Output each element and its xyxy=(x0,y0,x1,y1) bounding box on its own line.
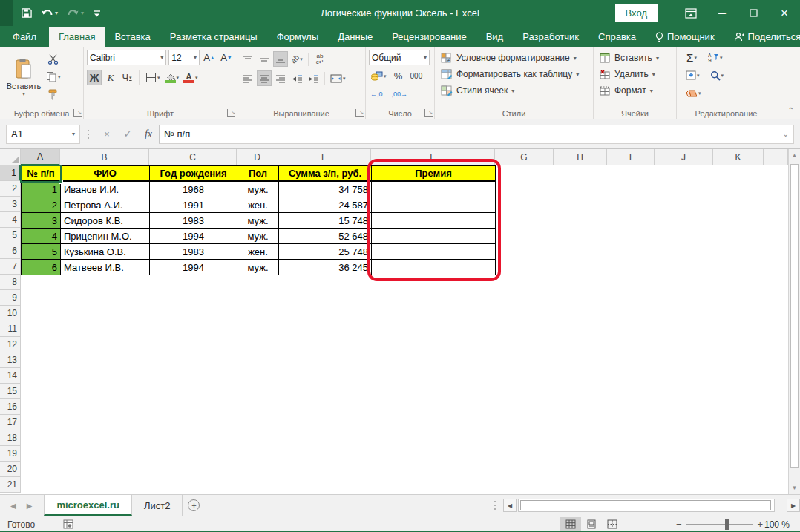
cell-J20[interactable] xyxy=(655,462,714,478)
cell-G7[interactable] xyxy=(495,259,554,275)
italic-button[interactable]: К xyxy=(103,70,118,85)
cell-A11[interactable] xyxy=(21,321,61,338)
cell-D11[interactable] xyxy=(237,321,279,338)
collapse-ribbon-icon[interactable]: ⌃ xyxy=(788,106,794,114)
cell-C1[interactable]: Год рождения xyxy=(149,165,237,182)
share-button[interactable]: Поделиться xyxy=(724,27,800,47)
cell-B7[interactable]: Матвеев И.В. xyxy=(60,259,150,275)
column-header-J[interactable]: J xyxy=(655,149,713,165)
cell-C17[interactable] xyxy=(149,415,237,431)
spreadsheet-grid[interactable]: ABCDEFGHIJK12345678910111213141516171819… xyxy=(0,149,800,494)
row-header-5[interactable]: 5 xyxy=(0,228,21,243)
cell-F4[interactable] xyxy=(371,212,496,229)
tab-4[interactable]: Формулы xyxy=(267,27,329,47)
cell-B16[interactable] xyxy=(60,399,150,416)
column-header-partial[interactable] xyxy=(764,149,788,165)
row-header-4[interactable]: 4 xyxy=(0,212,21,228)
cell-H13[interactable] xyxy=(554,352,608,369)
decrease-decimal-button[interactable]: ,00→ xyxy=(390,86,410,102)
column-header-H[interactable]: H xyxy=(554,149,607,165)
cell-K11[interactable] xyxy=(713,321,764,338)
cell-E10[interactable] xyxy=(278,306,372,322)
cell-B4[interactable]: Сидоров К.В. xyxy=(60,212,150,229)
cell-F10[interactable] xyxy=(371,306,496,322)
cell-I8[interactable] xyxy=(607,275,655,291)
row-header-7[interactable]: 7 xyxy=(0,259,21,275)
cell-x14[interactable] xyxy=(764,368,789,384)
cell-J21[interactable] xyxy=(655,477,714,493)
cell-C5[interactable]: 1994 xyxy=(149,228,237,244)
cell-D1[interactable]: Пол xyxy=(237,165,279,182)
cell-B8[interactable] xyxy=(60,275,150,291)
row-header-8[interactable]: 8 xyxy=(0,275,21,290)
cell-A4[interactable]: 3 xyxy=(21,212,61,229)
borders-icon[interactable]: ▾ xyxy=(144,70,162,85)
align-right-icon[interactable] xyxy=(273,70,288,86)
sort-filter-icon[interactable]: АЯ▾ xyxy=(706,50,724,65)
tab-9[interactable]: Справка xyxy=(588,27,646,47)
cell-E6[interactable]: 25 748 xyxy=(278,243,372,260)
cell-I7[interactable] xyxy=(607,259,655,275)
cell-C13[interactable] xyxy=(149,352,237,369)
align-middle-icon[interactable] xyxy=(257,51,272,67)
cell-G14[interactable] xyxy=(495,368,554,384)
cell-K2[interactable] xyxy=(713,181,764,197)
cell-A12[interactable] xyxy=(21,337,61,353)
cell-H17[interactable] xyxy=(554,415,608,431)
cell-I21[interactable] xyxy=(607,477,655,493)
cell-I11[interactable] xyxy=(607,321,655,338)
font-color-icon[interactable]: А ▾ xyxy=(182,70,200,85)
cell-K9[interactable] xyxy=(713,290,764,306)
cell-C18[interactable] xyxy=(149,430,237,447)
cell-F14[interactable] xyxy=(371,368,496,384)
cell-H10[interactable] xyxy=(554,306,608,322)
cell-I16[interactable] xyxy=(607,399,655,416)
cell-K12[interactable] xyxy=(713,337,764,353)
cell-D18[interactable] xyxy=(237,430,279,447)
cell-E11[interactable] xyxy=(278,321,372,338)
cell-x17[interactable] xyxy=(764,415,789,431)
normal-view-icon[interactable] xyxy=(560,517,581,531)
cell-x3[interactable] xyxy=(764,197,789,213)
cell-I17[interactable] xyxy=(607,415,655,431)
cell-A20[interactable] xyxy=(21,462,61,478)
minimize-button[interactable]: ─ xyxy=(706,0,738,26)
number-format-select[interactable]: Общий▾ xyxy=(369,50,430,65)
cell-B19[interactable] xyxy=(60,446,150,462)
column-header-B[interactable]: B xyxy=(60,149,149,165)
scroll-up-icon[interactable]: ▲ xyxy=(789,149,800,162)
insert-function-icon[interactable]: fx xyxy=(138,125,159,144)
percent-style-button[interactable]: % xyxy=(391,68,406,84)
row-header-6[interactable]: 6 xyxy=(0,243,21,259)
cell-K1[interactable] xyxy=(713,165,764,182)
cell-H2[interactable] xyxy=(554,181,608,197)
cell-A19[interactable] xyxy=(21,446,61,462)
cell-F2[interactable] xyxy=(371,181,496,197)
clear-icon[interactable]: ▾ xyxy=(684,85,703,101)
name-box[interactable]: A1▾ xyxy=(6,125,80,144)
shrink-font-icon[interactable]: A▼ xyxy=(219,50,234,65)
tab-8[interactable]: Разработчик xyxy=(513,27,588,47)
cell-H4[interactable] xyxy=(554,212,608,229)
cell-J12[interactable] xyxy=(655,337,714,353)
formula-bar-grip[interactable] xyxy=(88,134,89,135)
cell-F19[interactable] xyxy=(371,446,496,462)
cell-F15[interactable] xyxy=(371,384,496,400)
cell-F3[interactable] xyxy=(371,197,496,213)
cell-J2[interactable] xyxy=(655,181,714,197)
cell-H16[interactable] xyxy=(554,399,608,416)
cell-H11[interactable] xyxy=(554,321,608,338)
cell-K16[interactable] xyxy=(713,399,764,416)
cell-C20[interactable] xyxy=(149,462,237,478)
cell-x18[interactable] xyxy=(764,430,789,447)
row-header-20[interactable]: 20 xyxy=(0,462,21,477)
cell-G17[interactable] xyxy=(495,415,554,431)
orientation-icon[interactable]: ab▾ xyxy=(289,51,304,67)
cell-A16[interactable] xyxy=(21,399,61,416)
cell-B15[interactable] xyxy=(60,384,150,400)
cell-D15[interactable] xyxy=(237,384,279,400)
cell-I1[interactable] xyxy=(607,165,655,182)
maximize-button[interactable] xyxy=(738,0,769,26)
row-header-2[interactable]: 2 xyxy=(0,181,21,197)
cell-J6[interactable] xyxy=(655,243,714,260)
